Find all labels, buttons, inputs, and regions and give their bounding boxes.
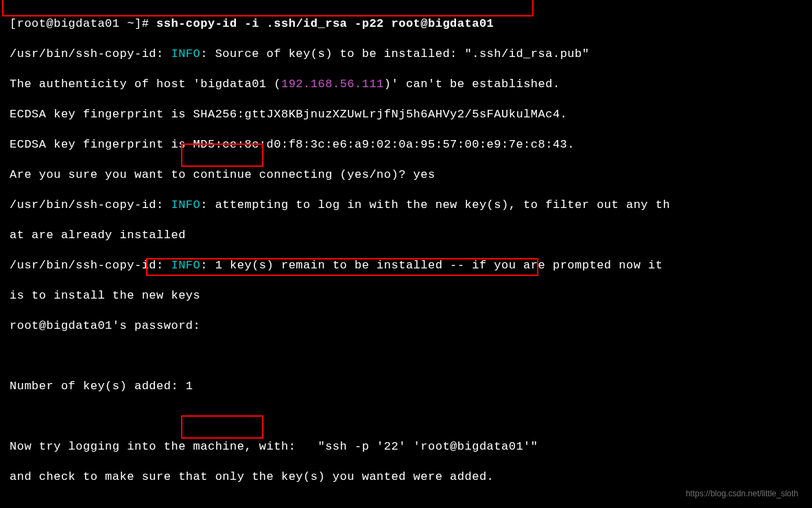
blank-line — [10, 409, 812, 424]
text: The authenticity of host 'bigdata01 ( — [10, 78, 281, 91]
text: )' can't be established. — [384, 78, 560, 91]
text: : 1 key(s) remain to be installed -- if … — [200, 259, 670, 272]
terminal-line: and check to make sure that only the key… — [10, 470, 812, 485]
terminal-line: /usr/bin/ssh-copy-id: INFO: 1 key(s) rem… — [10, 258, 812, 273]
text: : attempting to log in with the new key(… — [200, 198, 670, 211]
terminal-window[interactable]: [root@bigdata01 ~]# ssh-copy-id -i .ssh/… — [0, 0, 812, 508]
terminal-line: The authenticity of host 'bigdata01 (192… — [10, 77, 812, 92]
terminal-line: Number of key(s) added: 1 — [10, 379, 812, 394]
text: /usr/bin/ssh-copy-id: — [10, 259, 171, 272]
watermark: https://blog.csdn.net/little_sloth — [686, 486, 798, 501]
text: /usr/bin/ssh-copy-id: — [10, 198, 171, 211]
terminal-line: ECDSA key fingerprint is SHA256:gttJX8KB… — [10, 107, 812, 122]
terminal-line: at are already installed — [10, 228, 812, 243]
terminal-line: /usr/bin/ssh-copy-id: INFO: Source of ke… — [10, 47, 812, 62]
terminal-line: Now try logging into the machine, with: … — [10, 439, 812, 454]
text: : Source of key(s) to be installed: ".ss… — [200, 47, 589, 60]
ip-address: 192.168.56.111 — [281, 78, 384, 91]
password-prompt[interactable]: root@bigdata01's password: — [10, 319, 812, 334]
text: /usr/bin/ssh-copy-id: — [10, 47, 171, 60]
info-label: INFO — [171, 47, 200, 60]
info-label: INFO — [171, 198, 200, 211]
shell-prompt: [root@bigdata01 ~]# — [10, 17, 156, 30]
terminal-line: ECDSA key fingerprint is MD5:ce:8c:d0:f8… — [10, 137, 812, 152]
info-label: INFO — [171, 259, 200, 272]
blank-line — [10, 349, 812, 364]
terminal-line: [root@bigdata01 ~]# ssh-copy-id -i .ssh/… — [10, 16, 812, 32]
highlight-box — [2, 0, 534, 16]
shell-command: ssh-copy-id -i .ssh/id_rsa -p22 root@big… — [156, 17, 494, 30]
terminal-line: Are you sure you want to continue connec… — [10, 168, 812, 183]
terminal-line: is to install the new keys — [10, 288, 812, 303]
terminal-line: /usr/bin/ssh-copy-id: INFO: attempting t… — [10, 198, 812, 213]
